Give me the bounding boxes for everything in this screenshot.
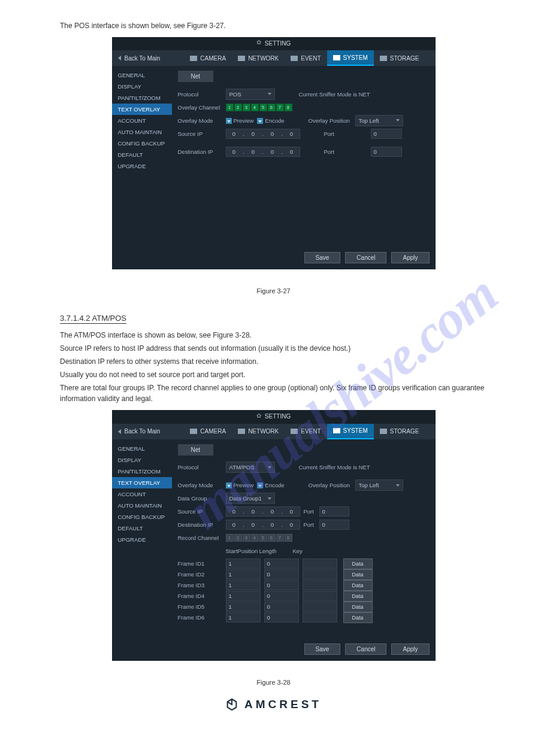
- back-to-main-button[interactable]: Back To Main: [112, 424, 167, 439]
- source-port-input[interactable]: 0: [371, 129, 402, 139]
- sidebar-item-ptz[interactable]: PAN/TILT/ZOOM: [112, 466, 172, 477]
- encode-checkbox[interactable]: Encode: [257, 482, 284, 488]
- length-input[interactable]: 0: [264, 602, 299, 612]
- data-button[interactable]: Data: [343, 591, 373, 602]
- tab-storage[interactable]: STORAGE: [374, 424, 425, 439]
- camera-icon: [190, 56, 197, 61]
- save-button[interactable]: Save: [304, 643, 341, 655]
- record-channel-chips[interactable]: 12345678: [226, 534, 292, 542]
- sidebar-item-default[interactable]: DEFAULT: [112, 149, 172, 160]
- destination-ip-input[interactable]: 0.0.0.0: [226, 520, 300, 530]
- subtab-net[interactable]: Net: [178, 71, 214, 82]
- data-button[interactable]: Data: [343, 558, 373, 569]
- overlay-position-select[interactable]: Top Left: [355, 479, 403, 491]
- data-button[interactable]: Data: [343, 612, 373, 623]
- cancel-button[interactable]: Cancel: [345, 643, 386, 655]
- subtab-net[interactable]: Net: [178, 444, 214, 456]
- sidebar-item-text-overlay[interactable]: TEXT OVERLAY: [112, 104, 172, 115]
- sidebar-item-text-overlay[interactable]: TEXT OVERLAY: [112, 477, 172, 488]
- event-icon: [291, 56, 298, 61]
- gear-icon: [256, 41, 262, 47]
- overlay-channel-chips[interactable]: 12345678: [226, 104, 292, 111]
- frame-id-label: Frame ID6: [178, 614, 226, 621]
- start-position-input[interactable]: 1: [226, 612, 261, 623]
- atm-paragraph-5: There are total four groups IP. The reco…: [60, 382, 487, 404]
- length-input[interactable]: 0: [264, 569, 299, 579]
- label-source-ip: Source IP: [178, 508, 226, 515]
- source-ip-input[interactable]: 0.0.0.0: [226, 129, 300, 139]
- encode-checkbox[interactable]: Encode: [257, 117, 284, 124]
- back-arrow-icon: [118, 429, 121, 434]
- data-group-select[interactable]: Data Group1: [226, 493, 275, 504]
- overlay-position-select[interactable]: Top Left: [355, 115, 403, 126]
- sidebar-item-ptz[interactable]: PAN/TILT/ZOOM: [112, 92, 172, 104]
- col-length: Length: [259, 548, 293, 554]
- col-start-position: StartPosition: [226, 548, 259, 554]
- apply-button[interactable]: Apply: [391, 643, 429, 655]
- key-input[interactable]: [303, 602, 337, 612]
- sidebar-item-upgrade[interactable]: UPGRADE: [112, 160, 172, 172]
- tab-system[interactable]: SYSTEM: [327, 50, 374, 66]
- start-position-input[interactable]: 1: [226, 558, 261, 569]
- label-data-group: Data Group: [178, 495, 226, 502]
- sidebar-item-account[interactable]: ACCOUNT: [112, 115, 172, 126]
- tab-camera[interactable]: CAMERA: [184, 50, 232, 66]
- source-ip-input[interactable]: 0.0.0.0: [226, 506, 300, 517]
- tab-network[interactable]: NETWORK: [232, 50, 285, 66]
- label-source-ip: Source IP: [178, 130, 226, 137]
- source-port-input[interactable]: 0: [319, 506, 349, 517]
- sidebar-item-default[interactable]: DEFAULT: [112, 523, 172, 534]
- key-input[interactable]: [303, 591, 337, 601]
- start-position-input[interactable]: 1: [226, 591, 261, 601]
- system-icon: [333, 428, 340, 433]
- atm-paragraph-2: Source IP refers to host IP address that…: [60, 343, 487, 354]
- sidebar-item-display[interactable]: DISPLAY: [112, 454, 172, 466]
- destination-port-input[interactable]: 0: [319, 520, 349, 530]
- length-input[interactable]: 0: [264, 612, 299, 623]
- data-button[interactable]: Data: [343, 580, 373, 591]
- start-position-input[interactable]: 1: [226, 580, 261, 590]
- sidebar-item-general[interactable]: GENERAL: [112, 69, 172, 81]
- sidebar-item-display[interactable]: DISPLAY: [112, 81, 172, 92]
- sidebar-item-upgrade[interactable]: UPGRADE: [112, 534, 172, 545]
- back-to-main-button[interactable]: Back To Main: [112, 50, 167, 66]
- key-input[interactable]: [303, 580, 337, 590]
- length-input[interactable]: 0: [264, 591, 299, 601]
- top-navbar: Back To Main CAMERA NETWORK EVENT SYSTEM…: [112, 50, 436, 66]
- tab-event[interactable]: EVENT: [285, 50, 327, 66]
- label-port: Port: [324, 148, 371, 155]
- tab-network[interactable]: NETWORK: [232, 424, 285, 439]
- data-button[interactable]: Data: [343, 602, 373, 612]
- data-button[interactable]: Data: [343, 569, 373, 580]
- sidebar-item-general[interactable]: GENERAL: [112, 443, 172, 454]
- brand-logo: AMCREST: [60, 698, 487, 711]
- start-position-input[interactable]: 1: [226, 602, 261, 612]
- protocol-select[interactable]: POS: [226, 89, 275, 100]
- destination-ip-input[interactable]: 0.0.0.0: [226, 147, 300, 157]
- key-input[interactable]: [303, 612, 337, 623]
- start-position-input[interactable]: 1: [226, 569, 261, 579]
- sidebar-item-auto-maintain[interactable]: AUTO MAINTAIN: [112, 500, 172, 511]
- preview-checkbox[interactable]: Preview: [226, 117, 254, 124]
- tab-storage[interactable]: STORAGE: [374, 50, 425, 66]
- length-input[interactable]: 0: [264, 580, 299, 590]
- sidebar-item-auto-maintain[interactable]: AUTO MAINTAIN: [112, 126, 172, 138]
- key-input[interactable]: [303, 569, 337, 579]
- sidebar-item-config-backup[interactable]: CONFIG BACKUP: [112, 511, 172, 523]
- tab-camera[interactable]: CAMERA: [184, 424, 232, 439]
- length-input[interactable]: 0: [264, 558, 299, 569]
- apply-button[interactable]: Apply: [391, 252, 429, 263]
- label-protocol: Protocol: [178, 464, 226, 470]
- tab-system[interactable]: SYSTEM: [327, 424, 374, 439]
- cancel-button[interactable]: Cancel: [345, 252, 386, 263]
- sidebar-item-config-backup[interactable]: CONFIG BACKUP: [112, 138, 172, 149]
- destination-port-input[interactable]: 0: [371, 147, 402, 157]
- label-overlay-mode: Overlay Mode: [178, 482, 226, 488]
- tab-event[interactable]: EVENT: [285, 424, 327, 439]
- preview-checkbox[interactable]: Preview: [226, 482, 254, 488]
- frame-row: Frame ID510Data: [178, 602, 430, 612]
- sidebar-item-account[interactable]: ACCOUNT: [112, 488, 172, 500]
- protocol-select[interactable]: ATM/POS: [226, 462, 275, 473]
- save-button[interactable]: Save: [304, 252, 341, 263]
- key-input[interactable]: [303, 558, 337, 569]
